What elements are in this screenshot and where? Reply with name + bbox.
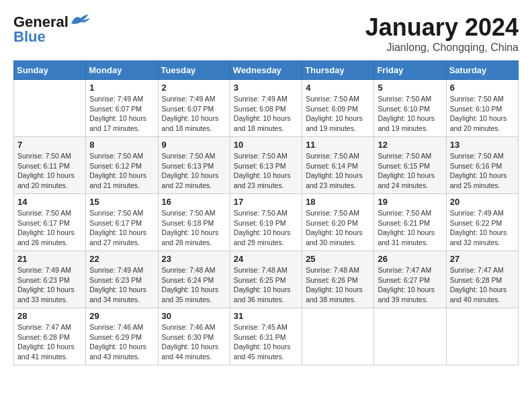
day-number: 3 — [234, 83, 298, 93]
title-block: January 2024 Jianlong, Chongqing, China — [365, 13, 519, 54]
day-number: 12 — [378, 140, 442, 150]
calendar-cell — [302, 308, 374, 365]
logo: General Blue — [13, 13, 91, 46]
location: Jianlong, Chongqing, China — [365, 42, 519, 54]
calendar-week-3: 14Sunrise: 7:50 AMSunset: 6:17 PMDayligh… — [14, 194, 519, 251]
day-info: Sunrise: 7:49 AMSunset: 6:07 PMDaylight:… — [162, 94, 226, 134]
calendar-cell: 5Sunrise: 7:50 AMSunset: 6:10 PMDaylight… — [374, 80, 446, 137]
calendar-cell: 30Sunrise: 7:46 AMSunset: 6:30 PMDayligh… — [158, 308, 230, 365]
day-number: 10 — [234, 140, 298, 150]
day-number: 25 — [306, 254, 370, 264]
calendar-cell — [374, 308, 446, 365]
day-info: Sunrise: 7:47 AMSunset: 6:28 PMDaylight:… — [17, 322, 82, 362]
calendar-cell: 28Sunrise: 7:47 AMSunset: 6:28 PMDayligh… — [14, 308, 86, 365]
day-number: 1 — [89, 83, 154, 93]
day-info: Sunrise: 7:50 AMSunset: 6:10 PMDaylight:… — [378, 94, 442, 134]
calendar-cell: 31Sunrise: 7:45 AMSunset: 6:31 PMDayligh… — [230, 308, 302, 365]
day-number: 5 — [378, 83, 442, 93]
calendar-cell: 25Sunrise: 7:48 AMSunset: 6:26 PMDayligh… — [302, 251, 374, 308]
day-info: Sunrise: 7:46 AMSunset: 6:29 PMDaylight:… — [89, 322, 154, 362]
weekday-header-friday: Friday — [374, 61, 446, 80]
day-info: Sunrise: 7:50 AMSunset: 6:13 PMDaylight:… — [234, 151, 298, 191]
day-info: Sunrise: 7:49 AMSunset: 6:23 PMDaylight:… — [17, 265, 82, 305]
day-number: 13 — [450, 140, 515, 150]
day-info: Sunrise: 7:49 AMSunset: 6:23 PMDaylight:… — [89, 265, 154, 305]
calendar-cell: 9Sunrise: 7:50 AMSunset: 6:13 PMDaylight… — [158, 137, 230, 194]
day-number: 2 — [162, 83, 226, 93]
day-info: Sunrise: 7:47 AMSunset: 6:28 PMDaylight:… — [450, 265, 515, 305]
calendar-week-2: 7Sunrise: 7:50 AMSunset: 6:11 PMDaylight… — [14, 137, 519, 194]
calendar-cell: 27Sunrise: 7:47 AMSunset: 6:28 PMDayligh… — [446, 251, 518, 308]
calendar-cell: 14Sunrise: 7:50 AMSunset: 6:17 PMDayligh… — [14, 194, 86, 251]
weekday-header-monday: Monday — [86, 61, 158, 80]
calendar-cell: 23Sunrise: 7:48 AMSunset: 6:24 PMDayligh… — [158, 251, 230, 308]
calendar-week-5: 28Sunrise: 7:47 AMSunset: 6:28 PMDayligh… — [14, 308, 519, 365]
day-info: Sunrise: 7:45 AMSunset: 6:31 PMDaylight:… — [234, 322, 298, 362]
calendar-cell: 18Sunrise: 7:50 AMSunset: 6:20 PMDayligh… — [302, 194, 374, 251]
weekday-header-row: SundayMondayTuesdayWednesdayThursdayFrid… — [14, 61, 519, 80]
day-number: 26 — [378, 254, 442, 264]
calendar-week-4: 21Sunrise: 7:49 AMSunset: 6:23 PMDayligh… — [14, 251, 519, 308]
day-info: Sunrise: 7:50 AMSunset: 6:19 PMDaylight:… — [234, 208, 298, 248]
day-number: 6 — [450, 83, 515, 93]
calendar-week-1: 1Sunrise: 7:49 AMSunset: 6:07 PMDaylight… — [14, 80, 519, 137]
day-info: Sunrise: 7:48 AMSunset: 6:24 PMDaylight:… — [162, 265, 226, 305]
day-number: 7 — [17, 140, 82, 150]
day-number: 23 — [162, 254, 226, 264]
day-number: 22 — [89, 254, 154, 264]
logo-bird-icon — [70, 13, 91, 28]
day-info: Sunrise: 7:48 AMSunset: 6:26 PMDaylight:… — [306, 265, 370, 305]
calendar-cell: 6Sunrise: 7:50 AMSunset: 6:10 PMDaylight… — [446, 80, 518, 137]
calendar-cell — [14, 80, 86, 137]
calendar-cell: 17Sunrise: 7:50 AMSunset: 6:19 PMDayligh… — [230, 194, 302, 251]
day-info: Sunrise: 7:48 AMSunset: 6:25 PMDaylight:… — [234, 265, 298, 305]
day-info: Sunrise: 7:50 AMSunset: 6:20 PMDaylight:… — [306, 208, 370, 248]
day-number: 24 — [234, 254, 298, 264]
calendar-cell: 26Sunrise: 7:47 AMSunset: 6:27 PMDayligh… — [374, 251, 446, 308]
day-number: 30 — [162, 311, 226, 321]
day-info: Sunrise: 7:46 AMSunset: 6:30 PMDaylight:… — [162, 322, 226, 362]
weekday-header-wednesday: Wednesday — [230, 61, 302, 80]
day-number: 20 — [450, 197, 515, 207]
calendar-cell: 1Sunrise: 7:49 AMSunset: 6:07 PMDaylight… — [86, 80, 158, 137]
day-number: 18 — [306, 197, 370, 207]
weekday-header-sunday: Sunday — [14, 61, 86, 80]
calendar-cell: 19Sunrise: 7:50 AMSunset: 6:21 PMDayligh… — [374, 194, 446, 251]
day-number: 19 — [378, 197, 442, 207]
day-number: 27 — [450, 254, 515, 264]
calendar-table: SundayMondayTuesdayWednesdayThursdayFrid… — [13, 60, 519, 365]
month-title: January 2024 — [365, 13, 519, 42]
calendar-cell: 13Sunrise: 7:50 AMSunset: 6:16 PMDayligh… — [446, 137, 518, 194]
day-info: Sunrise: 7:50 AMSunset: 6:11 PMDaylight:… — [17, 151, 82, 191]
day-info: Sunrise: 7:50 AMSunset: 6:09 PMDaylight:… — [306, 94, 370, 134]
day-info: Sunrise: 7:49 AMSunset: 6:22 PMDaylight:… — [450, 208, 515, 248]
calendar-cell: 11Sunrise: 7:50 AMSunset: 6:14 PMDayligh… — [302, 137, 374, 194]
day-info: Sunrise: 7:50 AMSunset: 6:14 PMDaylight:… — [306, 151, 370, 191]
day-info: Sunrise: 7:49 AMSunset: 6:08 PMDaylight:… — [234, 94, 298, 134]
day-number: 28 — [17, 311, 82, 321]
calendar-cell: 24Sunrise: 7:48 AMSunset: 6:25 PMDayligh… — [230, 251, 302, 308]
day-info: Sunrise: 7:50 AMSunset: 6:12 PMDaylight:… — [89, 151, 154, 191]
weekday-header-tuesday: Tuesday — [158, 61, 230, 80]
calendar-cell: 15Sunrise: 7:50 AMSunset: 6:17 PMDayligh… — [86, 194, 158, 251]
calendar-cell: 22Sunrise: 7:49 AMSunset: 6:23 PMDayligh… — [86, 251, 158, 308]
weekday-header-thursday: Thursday — [302, 61, 374, 80]
day-info: Sunrise: 7:50 AMSunset: 6:21 PMDaylight:… — [378, 208, 442, 248]
day-info: Sunrise: 7:47 AMSunset: 6:27 PMDaylight:… — [378, 265, 442, 305]
weekday-header-saturday: Saturday — [446, 61, 518, 80]
day-number: 21 — [17, 254, 82, 264]
day-info: Sunrise: 7:50 AMSunset: 6:17 PMDaylight:… — [89, 208, 154, 248]
day-info: Sunrise: 7:50 AMSunset: 6:15 PMDaylight:… — [378, 151, 442, 191]
page-header: General Blue January 2024 Jianlong, Chon… — [13, 13, 519, 54]
day-number: 31 — [234, 311, 298, 321]
day-info: Sunrise: 7:50 AMSunset: 6:10 PMDaylight:… — [450, 94, 515, 134]
day-number: 11 — [306, 140, 370, 150]
calendar-cell: 8Sunrise: 7:50 AMSunset: 6:12 PMDaylight… — [86, 137, 158, 194]
calendar-cell: 3Sunrise: 7:49 AMSunset: 6:08 PMDaylight… — [230, 80, 302, 137]
day-number: 8 — [89, 140, 154, 150]
logo-blue: Blue — [13, 28, 46, 46]
calendar-cell: 16Sunrise: 7:50 AMSunset: 6:18 PMDayligh… — [158, 194, 230, 251]
day-number: 14 — [17, 197, 82, 207]
day-number: 9 — [162, 140, 226, 150]
calendar-cell: 20Sunrise: 7:49 AMSunset: 6:22 PMDayligh… — [446, 194, 518, 251]
